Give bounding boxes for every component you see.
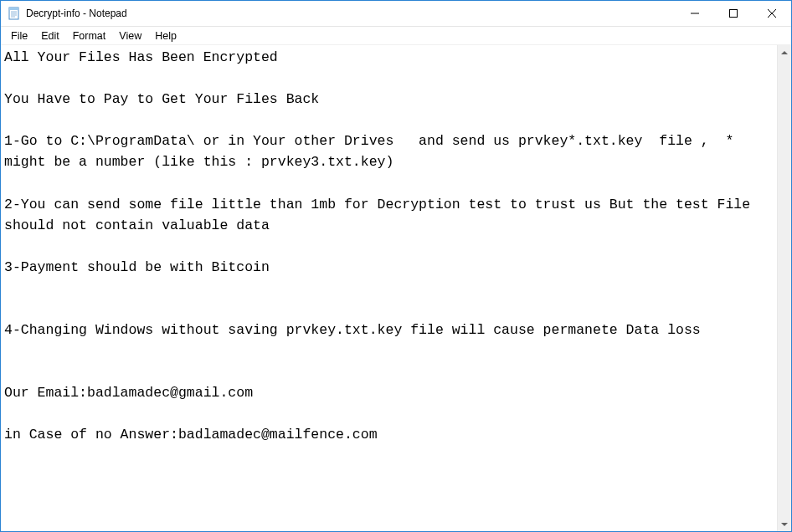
menu-format[interactable]: Format <box>66 28 113 43</box>
maximize-button[interactable] <box>714 1 753 26</box>
titlebar: Decrypt-info - Notepad <box>1 1 791 27</box>
editor-container: All Your Files Has Been Encrypted You Ha… <box>1 45 791 531</box>
close-button[interactable] <box>753 1 791 26</box>
notepad-icon <box>8 7 21 20</box>
svg-rect-7 <box>730 10 738 18</box>
minimize-button[interactable] <box>676 1 714 26</box>
menu-file[interactable]: File <box>4 28 34 43</box>
menu-view[interactable]: View <box>112 28 148 43</box>
scroll-up-arrow-icon[interactable] <box>778 45 791 59</box>
scroll-track[interactable] <box>778 59 791 517</box>
menu-help[interactable]: Help <box>148 28 183 43</box>
close-icon <box>768 9 776 18</box>
text-editor[interactable]: All Your Files Has Been Encrypted You Ha… <box>1 45 777 531</box>
svg-rect-1 <box>9 8 18 10</box>
menubar: File Edit Format View Help <box>1 27 791 45</box>
menu-edit[interactable]: Edit <box>34 28 66 43</box>
window-title: Decrypt-info - Notepad <box>26 8 127 19</box>
minimize-icon <box>691 9 699 18</box>
maximize-icon <box>729 9 738 18</box>
vertical-scrollbar[interactable] <box>777 45 791 531</box>
window-controls <box>676 1 791 26</box>
scroll-down-arrow-icon[interactable] <box>778 517 791 531</box>
